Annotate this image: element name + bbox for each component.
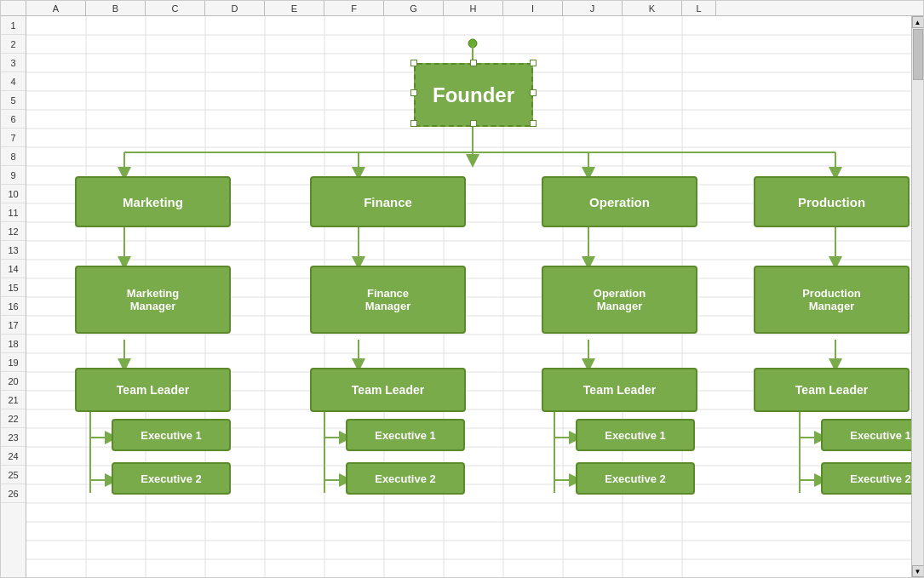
row-4: 4 bbox=[1, 72, 26, 91]
exec-finance-1-box: Executive 1 bbox=[346, 419, 465, 451]
col-f[interactable]: F bbox=[324, 1, 384, 15]
dept-operation-box: Operation bbox=[542, 176, 697, 227]
exec-production-2-box: Executive 2 bbox=[821, 462, 911, 495]
exec-operation-1-box: Executive 1 bbox=[576, 419, 695, 451]
grid-area: 1 2 3 4 5 6 7 8 9 10 11 12 13 14 15 16 1… bbox=[1, 16, 923, 577]
col-i[interactable]: I bbox=[503, 1, 563, 15]
exec-marketing-1-label: Executive 1 bbox=[141, 429, 202, 442]
spreadsheet: A B C D E F G H I J K L 1 2 3 4 5 6 7 8 … bbox=[0, 0, 924, 578]
row-26: 26 bbox=[1, 484, 26, 503]
row-7: 7 bbox=[1, 129, 26, 147]
col-b[interactable]: B bbox=[86, 1, 146, 15]
scroll-down-btn[interactable]: ▼ bbox=[912, 565, 924, 577]
row-19: 19 bbox=[1, 353, 26, 372]
svg-point-40 bbox=[468, 39, 477, 48]
scroll-up-btn[interactable]: ▲ bbox=[912, 16, 924, 28]
manager-marketing-label: Marketing Manager bbox=[127, 287, 179, 312]
row-16: 16 bbox=[1, 297, 26, 316]
dept-production-label: Production bbox=[798, 195, 865, 209]
row-11: 11 bbox=[1, 203, 26, 222]
manager-production-box: Production Manager bbox=[754, 266, 910, 334]
teamleader-finance-box: Team Leader bbox=[310, 368, 466, 412]
row-10: 10 bbox=[1, 185, 26, 203]
dept-finance-label: Finance bbox=[364, 195, 412, 209]
founder-box[interactable]: Founder bbox=[414, 63, 533, 127]
handle-tr[interactable] bbox=[530, 60, 537, 66]
row-8: 8 bbox=[1, 147, 26, 166]
dept-marketing-label: Marketing bbox=[123, 195, 183, 209]
dept-marketing-box: Marketing bbox=[75, 176, 231, 227]
row-20: 20 bbox=[1, 372, 26, 391]
row-25: 25 bbox=[1, 466, 26, 484]
exec-production-2-label: Executive 2 bbox=[850, 472, 911, 485]
manager-marketing-box: Marketing Manager bbox=[75, 266, 231, 334]
teamleader-production-label: Team Leader bbox=[795, 383, 868, 397]
row-15: 15 bbox=[1, 278, 26, 297]
manager-finance-box: Finance Manager bbox=[310, 266, 466, 334]
handle-bl[interactable] bbox=[410, 120, 417, 127]
row-18: 18 bbox=[1, 335, 26, 353]
founder-label: Founder bbox=[433, 83, 514, 107]
exec-marketing-1-box: Executive 1 bbox=[112, 419, 231, 451]
exec-production-1-label: Executive 1 bbox=[850, 429, 911, 442]
col-a[interactable]: A bbox=[26, 1, 86, 15]
corner-cell bbox=[1, 1, 26, 15]
handle-tc[interactable] bbox=[470, 60, 477, 66]
handle-tl[interactable] bbox=[410, 60, 417, 66]
manager-operation-label: Operation Manager bbox=[594, 287, 646, 312]
exec-production-1-box: Executive 1 bbox=[821, 419, 911, 451]
col-j[interactable]: J bbox=[563, 1, 623, 15]
row-23: 23 bbox=[1, 428, 26, 447]
teamleader-operation-label: Team Leader bbox=[583, 383, 656, 397]
col-e[interactable]: E bbox=[265, 1, 324, 15]
exec-marketing-2-label: Executive 2 bbox=[141, 472, 202, 485]
dept-production-box: Production bbox=[754, 176, 910, 227]
row-numbers: 1 2 3 4 5 6 7 8 9 10 11 12 13 14 15 16 1… bbox=[1, 16, 26, 577]
scroll-thumb[interactable] bbox=[913, 29, 923, 80]
org-chart-area: Founder Marketing Finance Operation bbox=[26, 16, 911, 577]
exec-finance-1-label: Executive 1 bbox=[375, 429, 436, 442]
exec-operation-2-box: Executive 2 bbox=[576, 462, 695, 495]
exec-marketing-2-box: Executive 2 bbox=[112, 462, 231, 495]
row-1: 1 bbox=[1, 16, 26, 35]
handle-ml[interactable] bbox=[410, 89, 417, 96]
col-g[interactable]: G bbox=[384, 1, 444, 15]
col-d[interactable]: D bbox=[205, 1, 265, 15]
column-headers: A B C D E F G H I J K L bbox=[1, 1, 923, 16]
teamleader-operation-box: Team Leader bbox=[542, 368, 697, 412]
row-5: 5 bbox=[1, 91, 26, 110]
teamleader-marketing-label: Team Leader bbox=[117, 383, 189, 397]
col-k[interactable]: K bbox=[623, 1, 682, 15]
col-l[interactable]: L bbox=[682, 1, 716, 15]
row-13: 13 bbox=[1, 241, 26, 260]
row-24: 24 bbox=[1, 447, 26, 466]
handle-br[interactable] bbox=[530, 120, 537, 127]
teamleader-marketing-box: Team Leader bbox=[75, 368, 231, 412]
manager-production-label: Production Manager bbox=[802, 287, 861, 312]
manager-finance-label: Finance Manager bbox=[365, 287, 410, 312]
scroll-track[interactable] bbox=[912, 28, 924, 565]
row-6: 6 bbox=[1, 110, 26, 129]
exec-operation-2-label: Executive 2 bbox=[605, 472, 666, 485]
exec-finance-2-box: Executive 2 bbox=[346, 462, 465, 495]
exec-operation-1-label: Executive 1 bbox=[605, 429, 666, 442]
row-14: 14 bbox=[1, 260, 26, 278]
col-h[interactable]: H bbox=[444, 1, 503, 15]
row-17: 17 bbox=[1, 316, 26, 335]
col-c[interactable]: C bbox=[146, 1, 205, 15]
row-12: 12 bbox=[1, 222, 26, 241]
row-22: 22 bbox=[1, 409, 26, 428]
exec-finance-2-label: Executive 2 bbox=[375, 472, 436, 485]
handle-bc[interactable] bbox=[470, 120, 477, 127]
row-3: 3 bbox=[1, 54, 26, 72]
dept-operation-label: Operation bbox=[589, 195, 650, 209]
row-21: 21 bbox=[1, 391, 26, 409]
dept-finance-box: Finance bbox=[310, 176, 466, 227]
scrollbar-right[interactable]: ▲ ▼ bbox=[911, 16, 923, 577]
manager-operation-box: Operation Manager bbox=[542, 266, 697, 334]
teamleader-finance-label: Team Leader bbox=[352, 383, 424, 397]
row-9: 9 bbox=[1, 166, 26, 185]
handle-mr[interactable] bbox=[530, 89, 537, 96]
row-2: 2 bbox=[1, 35, 26, 54]
teamleader-production-box: Team Leader bbox=[754, 368, 910, 412]
